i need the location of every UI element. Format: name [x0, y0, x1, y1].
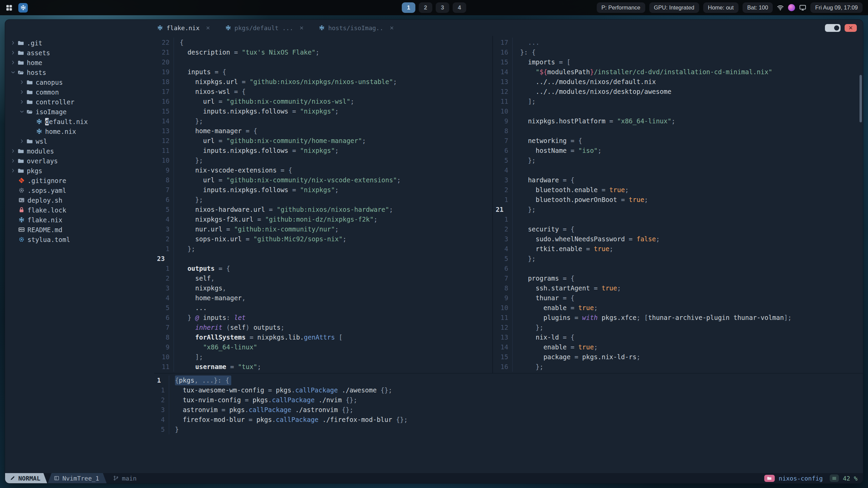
code-line[interactable]: 2 sops-nix.url = "github:Mic92/sops-nix"…: [154, 234, 492, 244]
code-line[interactable]: 18 nixpkgs.url = "github:nixos/nixpkgs/n…: [154, 77, 492, 87]
code-line[interactable]: 9 nixpkgs.hostPlatform = "x86_64-linux";: [493, 116, 863, 126]
code-line[interactable]: 7 inherit (self) outputs;: [154, 323, 492, 332]
code-line[interactable]: 7 inputs.nixpkgs.follows = "nixpkgs";: [154, 185, 492, 195]
code-line[interactable]: 21 description = "tux's NixOS Flake";: [154, 47, 492, 57]
tree-item-deploy-sh[interactable]: deploy.sh: [5, 195, 154, 205]
tree-item-home-nix[interactable]: home.nix: [5, 126, 154, 136]
tree-item-modules[interactable]: modules: [5, 146, 154, 156]
tree-item-flake-nix[interactable]: flake.nix: [5, 215, 154, 225]
code-line[interactable]: 10: [493, 106, 863, 116]
code-line[interactable]: 13 home-manager = {: [154, 126, 492, 136]
code-line[interactable]: 7 networking = {: [493, 136, 863, 146]
workspace-button-2[interactable]: 2: [419, 2, 432, 13]
code-line[interactable]: 6 hostName = "iso";: [493, 146, 863, 156]
close-icon[interactable]: [206, 26, 210, 30]
code-line[interactable]: 19 inputs = {: [154, 67, 492, 77]
tree-item-assets[interactable]: assets: [5, 48, 154, 58]
code-line[interactable]: 21 };: [493, 205, 863, 215]
code-line[interactable]: 1: [493, 215, 863, 224]
code-line[interactable]: 9 thunar = {: [493, 293, 863, 303]
code-line[interactable]: 2 self,: [154, 273, 492, 283]
code-line[interactable]: 3 astronvim = pkgs.callPackage ./astronv…: [154, 405, 863, 415]
code-line[interactable]: 20: [154, 57, 492, 67]
tree-item-controller[interactable]: controller: [5, 97, 154, 107]
code-line[interactable]: 15 imports = [: [493, 57, 863, 67]
code-line[interactable]: 4 home-manager,: [154, 293, 492, 303]
code-line[interactable]: 5 nixos-hardware.url = "github:nixos/nix…: [154, 205, 492, 215]
code-line[interactable]: 12 ../../modules/nixos/desktop/awesome: [493, 87, 863, 97]
tree-item-canopus[interactable]: canopus: [5, 77, 154, 87]
tree-item-isoimage[interactable]: isoImage: [5, 107, 154, 117]
code-line[interactable]: 13 ../../modules/nixos/default.nix: [493, 77, 863, 87]
wifi-icon[interactable]: [777, 4, 784, 11]
code-line[interactable]: 9 nix-vscode-extensions = {: [154, 165, 492, 175]
tree-item-git[interactable]: .git: [5, 38, 154, 48]
code-line[interactable]: 1{pkgs, ...}: {: [154, 375, 863, 385]
code-line[interactable]: 9 "x86_64-linux": [154, 342, 492, 352]
tree-item-flake-lock[interactable]: flake.lock: [5, 205, 154, 215]
code-line[interactable]: 13 nix-ld = {: [493, 332, 863, 342]
code-line[interactable]: 11 inputs.nixpkgs.follows = "nixpkgs";: [154, 146, 492, 156]
clock[interactable]: Fri Aug 09, 17:09: [810, 2, 863, 13]
code-line[interactable]: 5 };: [493, 254, 863, 264]
battery-pill[interactable]: Bat: 100: [743, 2, 773, 13]
code-line[interactable]: 15 inputs.nixpkgs.follows = "nixpkgs";: [154, 106, 492, 116]
workspace-button-1[interactable]: 1: [402, 2, 415, 13]
code-line[interactable]: 1 };: [154, 244, 492, 254]
tab-hosts-isoimage[interactable]: hosts/isoImag..: [319, 24, 394, 32]
code-line[interactable]: 8: [493, 126, 863, 136]
code-line[interactable]: 4 nixpkgs-f2k.url = "github:moni-dz/nixp…: [154, 215, 492, 224]
code-line[interactable]: 3 nixpkgs,: [154, 283, 492, 293]
code-line[interactable]: 5 ...: [154, 303, 492, 313]
display-icon[interactable]: [799, 4, 806, 11]
window-toggle-button[interactable]: [825, 24, 841, 32]
close-icon[interactable]: [390, 26, 394, 30]
gpu-pill[interactable]: GPU: Integrated: [649, 2, 699, 13]
code-line[interactable]: 10 };: [154, 156, 492, 165]
code-line[interactable]: 10 ];: [154, 352, 492, 362]
code-line[interactable]: 4 rtkit.enable = true;: [493, 244, 863, 254]
editor-flake-nix[interactable]: 22{21 description = "tux's NixOS Flake";…: [154, 36, 492, 373]
tree-item-wsl[interactable]: wsl: [5, 136, 154, 146]
code-line[interactable]: 4 firefox-mod-blur = pkgs.callPackage ./…: [154, 415, 863, 425]
code-line[interactable]: 12 url = "github:nix-community/home-mana…: [154, 136, 492, 146]
code-line[interactable]: 11 username = "tux";: [154, 362, 492, 372]
code-line[interactable]: 16 };: [493, 362, 863, 372]
code-line[interactable]: 8 ssh.startAgent = true;: [493, 283, 863, 293]
tree-item-pkgs[interactable]: pkgs: [5, 166, 154, 176]
code-line[interactable]: 5 };: [493, 156, 863, 165]
code-line[interactable]: 17 nixos-wsl = {: [154, 87, 492, 97]
code-line[interactable]: 14 enable = true;: [493, 342, 863, 352]
tab-flake-nix[interactable]: flake.nix: [157, 24, 210, 32]
code-line[interactable]: 8 forAllSystems = nixpkgs.lib.genAttrs [: [154, 332, 492, 342]
code-line[interactable]: 3 hardware = {: [493, 175, 863, 185]
code-line[interactable]: 16}: {: [493, 47, 863, 57]
code-line[interactable]: 6 } @ inputs: let: [154, 313, 492, 323]
apps-grid-icon[interactable]: [5, 4, 13, 12]
workspace-button-3[interactable]: 3: [436, 2, 449, 13]
color-profile-icon[interactable]: [788, 4, 795, 11]
tree-item-gitignore[interactable]: .gitignore: [5, 176, 154, 185]
code-line[interactable]: 14 };: [154, 116, 492, 126]
workspace-button-4[interactable]: 4: [453, 2, 466, 13]
tree-item-hosts[interactable]: hosts: [5, 67, 154, 77]
code-line[interactable]: 3 sudo.wheelNeedsPassword = false;: [493, 234, 863, 244]
code-line[interactable]: 6 };: [154, 195, 492, 205]
code-line[interactable]: 1 outputs = {: [154, 264, 492, 273]
code-line[interactable]: 11 plugins = with pkgs.xfce; [thunar-arc…: [493, 313, 863, 323]
editor-pkgs-default-nix[interactable]: 1{pkgs, ...}: {1 tux-awesome-wm-config =…: [154, 373, 863, 473]
code-line[interactable]: 15 package = pkgs.nix-ld-rs;: [493, 352, 863, 362]
tree-item-common[interactable]: common: [5, 87, 154, 97]
code-line[interactable]: 2 tux-nvim-config = pkgs.callPackage ./n…: [154, 395, 863, 405]
window-close-button[interactable]: [845, 24, 857, 32]
code-line[interactable]: 5}: [154, 425, 863, 434]
code-line[interactable]: 16 url = "github:nix-community/nixos-wsl…: [154, 97, 492, 106]
tree-item-readme-md[interactable]: README.md: [5, 225, 154, 235]
tree-item-stylua-toml[interactable]: stylua.toml: [5, 235, 154, 244]
code-line[interactable]: 12 };: [493, 323, 863, 332]
code-line[interactable]: 1 tux-awesome-wm-config = pkgs.callPacka…: [154, 385, 863, 395]
code-line[interactable]: 11 ];: [493, 97, 863, 106]
tree-item-default-nix[interactable]: default.nix: [5, 117, 154, 126]
tree-item-home[interactable]: home: [5, 58, 154, 67]
code-line[interactable]: 6: [493, 264, 863, 273]
